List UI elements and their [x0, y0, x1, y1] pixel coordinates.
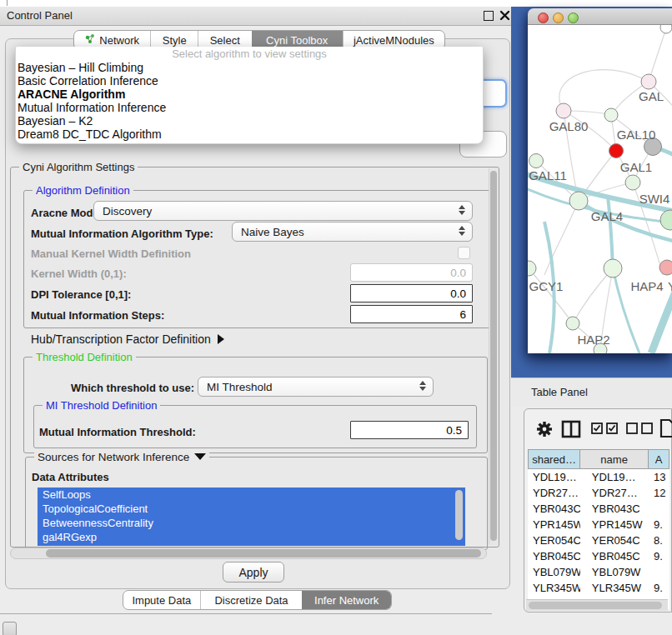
- algorithm-option[interactable]: Mutual Information Inference: [16, 101, 483, 114]
- network-node[interactable]: [566, 317, 579, 330]
- aracne-mode-combo[interactable]: Discovery: [93, 201, 473, 221]
- mi-type-value: Naive Bayes: [241, 226, 304, 238]
- data-attribute-item[interactable]: gal4RGexp: [38, 530, 465, 544]
- table-cell: YDL19…: [528, 469, 580, 485]
- network-node[interactable]: [641, 74, 656, 89]
- column-header[interactable]: A: [649, 449, 669, 469]
- algorithm-option[interactable]: ARACNE Algorithm: [16, 88, 483, 101]
- table-cell: YER054C: [528, 532, 580, 548]
- stepper-arrows-icon: [459, 226, 465, 236]
- network-node[interactable]: [660, 25, 672, 33]
- mi-steps-field[interactable]: 6: [350, 305, 473, 323]
- table-cell: 9.: [649, 580, 669, 596]
- network-node-label: SWI4: [639, 192, 670, 206]
- table-row[interactable]: YER054CYER054C8.: [528, 532, 669, 548]
- collapse-down-icon: [194, 453, 206, 460]
- network-graph: GALGAL80GAL10GAL1GAL11GAL4SWI4GCY1HAP4YH…: [528, 25, 672, 353]
- minimize-traffic-light-icon[interactable]: [553, 12, 564, 23]
- table-row[interactable]: YBR043CYBR043C: [528, 501, 669, 517]
- algorithm-option[interactable]: Bayesian – K2: [16, 114, 483, 128]
- network-node[interactable]: [660, 210, 672, 230]
- table-horizontal-scrollbar[interactable]: [526, 599, 668, 611]
- table-panel-title: Table Panel: [531, 386, 588, 398]
- network-node[interactable]: [609, 144, 624, 158]
- table-row[interactable]: YBR045CYBR045C9.: [528, 548, 669, 564]
- dpi-tolerance-label: DPI Tolerance [0,1]:: [31, 288, 131, 301]
- data-attribute-item[interactable]: BetweennessCentrality: [38, 516, 465, 530]
- aracne-mode-value: Discovery: [103, 205, 152, 218]
- float-window-icon[interactable]: [484, 11, 494, 21]
- table-row[interactable]: YBL079WYBL079W: [528, 564, 669, 580]
- threshold-definition-legend: Threshold Definition: [33, 351, 136, 363]
- table-cell: YBL079W: [528, 564, 580, 580]
- show-columns-checked-icon[interactable]: [591, 422, 619, 435]
- close-traffic-light-icon[interactable]: [538, 12, 549, 23]
- network-canvas[interactable]: GALGAL80GAL10GAL1GAL11GAL4SWI4GCY1HAP4YH…: [528, 25, 672, 353]
- close-icon[interactable]: [499, 10, 510, 21]
- network-node[interactable]: [604, 108, 618, 122]
- which-threshold-combo[interactable]: MI Threshold: [198, 377, 434, 397]
- hide-columns-unchecked-icon[interactable]: [626, 422, 654, 435]
- hub-definition-toggle[interactable]: Hub/Transcription Factor Definition: [31, 332, 224, 346]
- dpi-tolerance-field[interactable]: 0.0: [350, 284, 473, 302]
- tab-discretize-data[interactable]: Discretize Data: [200, 591, 303, 609]
- data-attribute-item[interactable]: TopologicalCoefficient: [38, 502, 465, 516]
- minimized-panel-icon[interactable]: [3, 622, 17, 635]
- settings-horizontal-scrollbar[interactable]: [10, 548, 487, 559]
- apply-button[interactable]: Apply: [223, 562, 284, 582]
- network-node[interactable]: [556, 103, 571, 118]
- network-node[interactable]: [625, 175, 640, 190]
- network-edge-highlighted[interactable]: [608, 197, 613, 268]
- algorithm-option[interactable]: Basic Correlation Inference: [16, 74, 483, 88]
- algorithm-popup-placeholder: Select algorithm to view settings: [16, 48, 483, 61]
- column-header[interactable]: shared…: [528, 449, 580, 469]
- attributes-scrollbar[interactable]: [455, 490, 463, 540]
- network-view-window[interactable]: GALGAL80GAL10GAL1GAL11GAL4SWI4GCY1HAP4YH…: [528, 8, 672, 353]
- table-row[interactable]: YDL19…YDL19…13: [528, 469, 669, 485]
- table-cell: 8.: [649, 532, 669, 548]
- split-columns-icon[interactable]: [561, 419, 581, 439]
- kernel-width-field[interactable]: 0.0: [350, 263, 473, 282]
- tab-impute-data[interactable]: Impute Data: [123, 591, 200, 609]
- network-tab-icon: [85, 34, 95, 47]
- network-edge[interactable]: [573, 268, 613, 323]
- manual-kernel-checkbox[interactable]: [458, 247, 470, 259]
- table-cell: YBR043C: [528, 501, 580, 517]
- tab-infer-network[interactable]: Infer Network: [302, 591, 391, 609]
- sources-legend[interactable]: Sources for Network Inference: [34, 451, 209, 463]
- network-node[interactable]: [604, 259, 622, 278]
- network-node[interactable]: [569, 192, 588, 210]
- zoom-traffic-light-icon[interactable]: [568, 12, 579, 23]
- settings-vertical-scrollbar[interactable]: [489, 168, 499, 545]
- mi-type-combo[interactable]: Naive Bayes: [232, 222, 473, 242]
- table-row[interactable]: YPR145WYPR145W9.: [528, 517, 669, 532]
- network-node-label: GAL11: [529, 168, 567, 182]
- algorithm-option[interactable]: Bayesian – Hill Climbing: [16, 61, 483, 74]
- table-cell: 12: [649, 485, 669, 501]
- network-node-label: GCY1: [529, 279, 564, 293]
- table-header-row: shared…nameA: [528, 449, 669, 469]
- data-attributes-list[interactable]: SelfLoopsTopologicalCoefficientBetweenne…: [38, 488, 465, 546]
- stepper-arrows-icon: [419, 381, 426, 391]
- algorithm-option[interactable]: Dream8 DC_TDC Algorithm: [16, 128, 483, 141]
- gear-icon[interactable]: [534, 419, 554, 439]
- network-window-titlebar[interactable]: [528, 8, 672, 25]
- column-header[interactable]: name: [580, 449, 649, 469]
- network-edge[interactable]: [529, 268, 573, 323]
- network-edge-highlighted[interactable]: [651, 290, 672, 353]
- network-node-label: GAL10: [617, 128, 656, 142]
- table-cell: YDL19…: [580, 469, 649, 485]
- table-row[interactable]: YLR345WYLR345W9.: [528, 580, 669, 596]
- network-node[interactable]: [528, 261, 536, 276]
- data-attribute-item[interactable]: SelfLoops: [38, 488, 465, 502]
- network-edge[interactable]: [649, 28, 666, 82]
- kernel-width-label: Kernel Width (0,1):: [31, 268, 127, 280]
- export-table-icon[interactable]: [659, 418, 672, 438]
- mi-threshold-label: Mutual Information Threshold:: [39, 426, 196, 438]
- network-node[interactable]: [529, 154, 544, 168]
- mi-threshold-field[interactable]: 0.5: [350, 421, 469, 439]
- table-cell: YPR145W: [580, 517, 649, 532]
- network-node-label: GAL1: [620, 160, 652, 174]
- table-row[interactable]: YDR27…YDR27…12: [528, 485, 669, 501]
- network-node[interactable]: [659, 260, 672, 275]
